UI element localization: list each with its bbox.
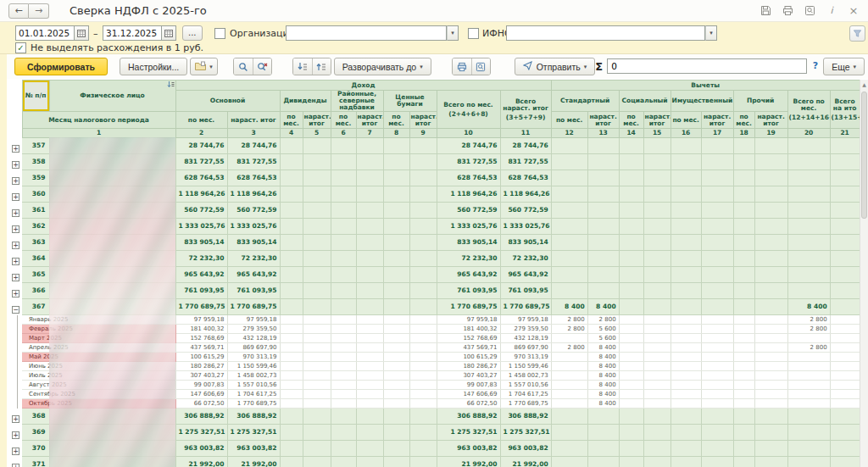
cell-c6: [331, 219, 356, 235]
cell-c9: [409, 362, 437, 371]
print-preview-button[interactable]: [471, 58, 490, 75]
cell-c5: [303, 334, 331, 343]
info-icon[interactable]: i: [826, 4, 837, 16]
expand-icon[interactable]: +: [12, 209, 19, 217]
cell-c7: [356, 399, 383, 409]
cell-std_mo: [551, 441, 587, 457]
report-toolbar: Сформировать Настройки... ▾ Разворачиват…: [7, 54, 868, 79]
cell-d_cum: 306 888,92: [227, 409, 280, 425]
no-diff-checkbox[interactable]: ✓: [15, 42, 26, 53]
cell-c18: [733, 399, 754, 409]
ifns-combo[interactable]: [506, 25, 705, 41]
tree-gutter: [7, 325, 22, 334]
cell-c4: [280, 170, 303, 186]
search-cancel-icon[interactable]: [253, 58, 271, 75]
date-to-input[interactable]: [103, 25, 162, 41]
ifns-dropdown-icon[interactable]: ▾: [705, 25, 717, 41]
person-row: +368306 888,92306 888,92306 888,92306 88…: [7, 409, 860, 425]
cell-c14: [619, 325, 643, 334]
cell-t_mo: 147 606,69: [437, 390, 500, 399]
subheader-per-month: по мес.: [619, 112, 643, 129]
settings-button[interactable]: Настройки...: [120, 58, 187, 75]
cell-c7: [356, 186, 383, 203]
cell-std_cum: 8 400: [587, 299, 619, 315]
cell-c15: [643, 343, 670, 353]
cell-d_cum: 831 727,55: [227, 154, 280, 170]
collapse-icon[interactable]: −: [12, 306, 19, 314]
expand-icon[interactable]: +: [12, 161, 19, 169]
expand-icon[interactable]: +: [12, 193, 19, 201]
preview-icon[interactable]: [804, 4, 815, 16]
close-icon[interactable]: ×: [848, 4, 860, 16]
col-number: 10: [437, 129, 500, 138]
print-icon[interactable]: [782, 4, 793, 16]
date-from-calendar-icon[interactable]: [75, 25, 89, 41]
col-header-ded-total-month: Всего по мес.(12+14+16+18): [787, 91, 830, 129]
tree-gutter: +: [7, 235, 22, 251]
period-more-button[interactable]: ...: [182, 25, 203, 41]
expand-icon[interactable]: +: [12, 290, 19, 297]
month-row: Апрель 2025437 569,71869 697,90437 569,7…: [7, 343, 860, 353]
report-variants-button[interactable]: ▾: [190, 58, 218, 75]
person-name-cell: [49, 219, 175, 235]
cell-c7: [356, 315, 383, 325]
scrollbar-thumb[interactable]: [861, 92, 867, 219]
cell-d_mo: 21 992,00: [175, 457, 227, 467]
send-button[interactable]: Отправить▾: [515, 58, 596, 75]
subheader-cumulative: нараст. итог: [643, 112, 670, 129]
cell-c15: [643, 170, 670, 186]
cell-c18: [733, 371, 754, 381]
cell-std_cum: 8 400: [587, 343, 619, 353]
cell-t_cum: 1 704 617,25: [500, 390, 551, 399]
expand-icon[interactable]: +: [12, 448, 19, 455]
cell-c14: [619, 235, 643, 251]
generate-button[interactable]: Сформировать: [14, 58, 108, 75]
row-number: 361: [22, 203, 49, 219]
cell-c19: [754, 353, 787, 362]
sort-icon[interactable]: [167, 81, 175, 91]
vertical-scrollbar[interactable]: ▲: [860, 80, 868, 467]
filter-icon[interactable]: [849, 25, 865, 42]
scroll-up-icon[interactable]: ▲: [860, 80, 868, 90]
expand-icon[interactable]: +: [12, 177, 19, 185]
organization-checkbox[interactable]: [214, 28, 225, 39]
sum-input[interactable]: [607, 58, 807, 74]
expand-groups-icon[interactable]: [312, 58, 331, 75]
forward-button[interactable]: →: [29, 3, 49, 19]
expand-icon[interactable]: +: [12, 415, 19, 423]
cell-c5: [303, 425, 331, 441]
expand-icon[interactable]: +: [12, 274, 19, 281]
expand-icon[interactable]: +: [12, 225, 19, 233]
date-from-input[interactable]: [15, 25, 75, 41]
help-icon[interactable]: ?: [813, 60, 818, 71]
expand-icon[interactable]: +: [12, 242, 19, 249]
print-button[interactable]: [453, 58, 471, 75]
cell-c9: [409, 334, 437, 343]
expand-icon[interactable]: +: [12, 145, 19, 153]
cell-c5: [303, 371, 331, 381]
expand-icon[interactable]: +: [12, 431, 19, 439]
cell-std_mo: [551, 186, 587, 203]
cell-std_cum: [587, 425, 619, 441]
organization-combo[interactable]: [286, 25, 447, 41]
tree-gutter: [7, 381, 22, 390]
cell-c6: [331, 362, 356, 371]
expand-icon[interactable]: +: [12, 258, 19, 265]
date-to-calendar-icon[interactable]: [162, 25, 176, 41]
more-button[interactable]: Еще▾: [823, 58, 865, 75]
col-number: 17: [701, 129, 733, 138]
cell-ded_mo: [787, 154, 830, 170]
organization-dropdown-icon[interactable]: ▾: [447, 25, 459, 41]
back-button[interactable]: ←: [8, 3, 29, 19]
cell-c19: [754, 441, 787, 457]
tree-gutter: [7, 343, 22, 353]
cell-c5: [303, 325, 331, 334]
ifns-checkbox[interactable]: [468, 28, 479, 39]
expand-to-button[interactable]: Разворачивать до▾: [334, 58, 431, 75]
expand-icon[interactable]: +: [12, 464, 19, 467]
search-icon[interactable]: [234, 58, 253, 75]
collapse-groups-icon[interactable]: [293, 58, 312, 75]
save-icon[interactable]: [760, 4, 771, 16]
cell-std_mo: [551, 267, 587, 283]
tree-gutter: +: [7, 409, 22, 425]
